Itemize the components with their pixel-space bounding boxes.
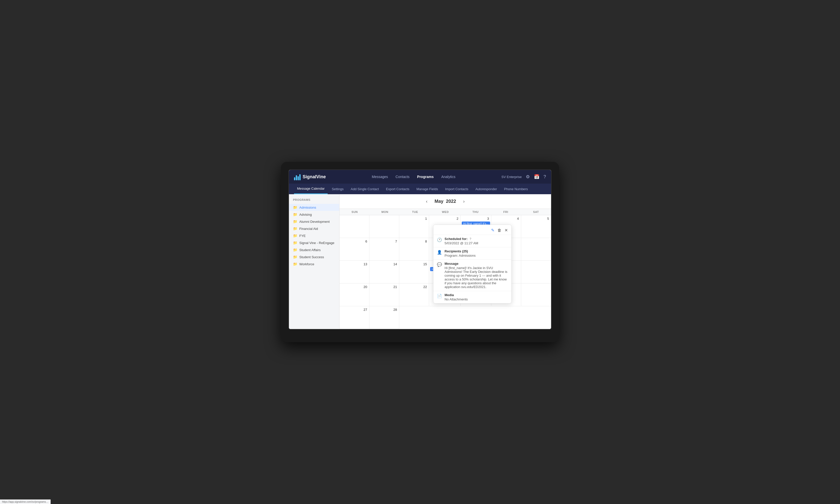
nav-messages[interactable]: Messages (372, 174, 388, 180)
cal-cell-extra-7: 7 (369, 238, 399, 261)
folder-icon-workforce: 📁 (293, 262, 297, 266)
help-icon[interactable]: ? (543, 174, 546, 180)
cal-cell-fri-w2: 13 (339, 261, 369, 284)
sidebar-item-fye[interactable]: 📁 FYE (289, 232, 339, 239)
subnav-import-contacts[interactable]: Import Contacts (442, 184, 471, 194)
logo-bar-2 (296, 175, 297, 180)
folder-icon-financial: 📁 (293, 227, 297, 231)
sidebar-label-financial: Financial Aid (299, 227, 318, 231)
folder-icon-advising: 📁 (293, 212, 297, 216)
cal-date-21: 21 (370, 285, 398, 289)
calendar-days-header: SUN MON TUE WED THU FRI SAT (339, 209, 551, 215)
day-label-wed: WED (430, 209, 460, 215)
sidebar-item-admissions[interactable]: 📁 Admissions (289, 204, 339, 211)
day-label-mon: MON (370, 209, 400, 215)
cal-cell-thu-w4 (521, 284, 551, 306)
cal-cell-thu-w3 (521, 261, 551, 284)
cal-cell-sun-w3: 15 (399, 261, 429, 284)
nav-contacts[interactable]: Contacts (396, 174, 409, 180)
sidebar-label-workforce: Workforce (299, 262, 314, 266)
cal-cell-sun-w4: 22 (399, 284, 429, 306)
folder-icon-student-affairs: 📁 (293, 248, 297, 252)
settings-icon[interactable]: ⚙ (526, 174, 530, 180)
sidebar-item-student-affairs[interactable]: 📁 Student Affairs (289, 246, 339, 253)
main-content: PROGRAMS 📁 Admissions 📁 Advising 📁 Alumn… (289, 194, 551, 329)
calendar-year: 2022 (446, 199, 456, 204)
popup-recipients-value: Program: Admissions (444, 254, 476, 257)
enterprise-label: SV Enterprise (502, 175, 522, 179)
popup-recipients-content: Recipients (25) Program: Admissions (444, 249, 476, 257)
popup-scheduled-label: Scheduled for: ? (444, 237, 478, 241)
person-icon: 👤 (437, 250, 442, 255)
subnav-autoresponder[interactable]: Autoresponder (472, 184, 500, 194)
edit-event-button[interactable]: ✎ (491, 227, 495, 233)
sidebar: PROGRAMS 📁 Admissions 📁 Advising 📁 Alumn… (289, 194, 339, 329)
cal-date-2: 2 (430, 216, 459, 221)
sub-navigation: Message Calendar Settings Add Single Con… (289, 184, 551, 194)
popup-scheduled-content: Scheduled for: ? 5/03/2022 @ 11:27 AM (444, 237, 478, 245)
subnav-add-single-contact[interactable]: Add Single Contact (348, 184, 382, 194)
scheduled-help-icon: ? (470, 237, 471, 241)
cal-date-14: 14 (370, 262, 398, 267)
sidebar-label-advising: Advising (299, 213, 312, 216)
sidebar-item-financial-aid[interactable]: 📁 Financial Aid (289, 225, 339, 232)
cal-cell-extra-6: 6 (339, 238, 369, 261)
cal-date-22: 22 (400, 285, 428, 289)
clock-icon: 🕐 (437, 237, 442, 242)
folder-icon-fye: 📁 (293, 234, 297, 238)
top-navigation: SignalVine Messages Contacts Programs An… (289, 170, 551, 184)
nav-analytics[interactable]: Analytics (441, 174, 455, 180)
sidebar-label-fye: FYE (299, 234, 305, 238)
cal-date-13: 13 (340, 262, 368, 267)
popup-message-label: Message (444, 262, 508, 266)
subnav-message-calendar[interactable]: Message Calendar (294, 184, 328, 194)
cal-date-8: 8 (400, 239, 428, 244)
sidebar-item-advising[interactable]: 📁 Advising (289, 211, 339, 218)
sidebar-item-student-success[interactable]: 📁 Student Success (289, 253, 339, 260)
event-popup: ✎ 🗑 ✕ 🕐 Scheduled for: ? (433, 224, 512, 304)
cal-date-5: 5 (522, 216, 550, 221)
folder-icon-admissions: 📁 (293, 205, 297, 210)
nav-programs[interactable]: Programs (417, 174, 434, 180)
sidebar-item-reengage[interactable]: 📁 Signal Vine - ReEngage (289, 239, 339, 246)
subnav-phone-numbers[interactable]: Phone Numbers (501, 184, 531, 194)
day-label-tue: TUE (400, 209, 430, 215)
subnav-manage-fields[interactable]: Manage Fields (414, 184, 441, 194)
cal-date-27: 27 (340, 307, 368, 312)
calendar-header: ‹ May 2022 › (339, 194, 551, 209)
prev-month-button[interactable]: ‹ (424, 198, 430, 205)
calendar-icon[interactable]: 📅 (534, 174, 539, 180)
cal-cell-tue-w1: 1 (399, 215, 429, 238)
cal-date-20: 20 (340, 285, 368, 289)
sidebar-label-student-affairs: Student Affairs (299, 248, 320, 252)
day-label-sat: SAT (521, 209, 551, 215)
logo-bar-1 (294, 177, 295, 180)
subnav-settings[interactable]: Settings (329, 184, 347, 194)
next-month-button[interactable]: › (461, 198, 467, 205)
logo-text: SignalVine (303, 174, 326, 180)
popup-message-content: Message Hi [first_name]! It's Jackie in … (444, 262, 508, 289)
calendar-area: ‹ May 2022 › SUN MON TUE WED THU FRI SAT (339, 194, 551, 329)
cal-date-6: 6 (340, 239, 368, 244)
popup-media-content: Media No Attachments (444, 293, 468, 301)
delete-event-button[interactable]: 🗑 (497, 227, 502, 233)
media-icon: 📄 (437, 293, 442, 299)
cal-date-28: 28 (370, 307, 398, 312)
popup-recipients-label: Recipients (25) (444, 249, 476, 253)
logo-bar-4 (299, 174, 301, 180)
logo-bar-3 (298, 176, 299, 180)
message-icon: 💬 (437, 262, 442, 267)
day-label-sun: SUN (339, 209, 370, 215)
scheduled-label-text: Scheduled for: (444, 237, 468, 241)
logo-icon (294, 173, 301, 180)
sidebar-item-alumni-development[interactable]: 📁 Alumni Development (289, 218, 339, 225)
logo: SignalVine (294, 173, 326, 180)
subnav-export-contacts[interactable]: Export Contacts (383, 184, 413, 194)
close-popup-button[interactable]: ✕ (504, 227, 508, 233)
day-label-thu: THU (460, 209, 491, 215)
cal-cell-sun-w2: 8 (399, 238, 429, 261)
popup-scheduled-row: 🕐 Scheduled for: ? 5/03/2022 @ 11:27 AM (433, 235, 511, 247)
sidebar-label-reengage: Signal Vine - ReEngage (299, 241, 334, 245)
popup-message-row: 💬 Message Hi [first_name]! It's Jackie i… (433, 259, 511, 291)
sidebar-item-workforce[interactable]: 📁 Workforce (289, 260, 339, 268)
